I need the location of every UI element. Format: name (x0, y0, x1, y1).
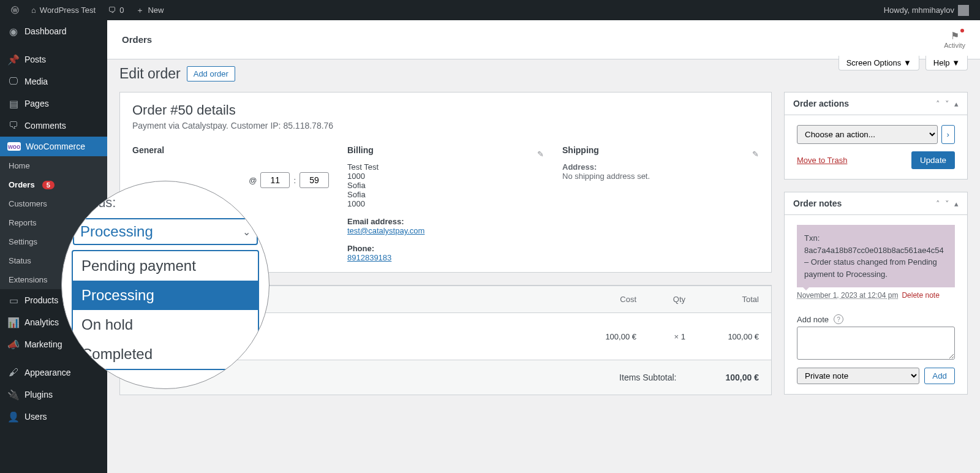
help-icon[interactable]: ? (834, 314, 843, 324)
order-note: Txn: 8ac7a4a18b87cc0e018b8ac561ae4c54 – … (797, 225, 955, 287)
howdy-label: Howdy, mhmihaylov (884, 6, 954, 15)
sidebar-item-label: Appearance (24, 368, 71, 377)
status-option-completed[interactable]: Completed (73, 339, 258, 369)
sidebar-item-label: WooCommerce (26, 142, 85, 151)
comments-link[interactable]: 🗨0 (102, 0, 130, 20)
chevron-up-icon[interactable]: ˄ (936, 99, 940, 108)
analytics-icon: 📊 (7, 316, 20, 328)
shipping-addr-value: No shipping address set. (562, 172, 759, 181)
order-notes-heading: Order notes (793, 199, 842, 208)
sidebar-item-label: Comments (24, 121, 66, 131)
edit-shipping-icon[interactable]: ✎ (752, 149, 759, 159)
sidebar-item-media[interactable]: 🖵Media (0, 70, 107, 93)
sidebar-item-label: Reports (9, 218, 37, 227)
screen-options-button[interactable]: Screen Options ▼ (839, 56, 919, 70)
add-note-button[interactable]: Add (924, 368, 955, 384)
status-select[interactable]: Processing ⌄ (73, 218, 258, 245)
howdy[interactable]: Howdy, mhmihaylov (878, 0, 975, 20)
order-heading: Order #50 details (132, 102, 759, 118)
status-option-pending[interactable]: Pending payment (73, 251, 258, 281)
new-content[interactable]: ＋New (130, 0, 170, 20)
site-name[interactable]: ⌂WordPress Test (25, 0, 102, 20)
sidebar-item-plugins[interactable]: 🔌Plugins (0, 384, 107, 406)
site-name-label: WordPress Test (40, 6, 96, 15)
home-icon: ⌂ (31, 6, 36, 15)
sidebar-item-label: Orders (9, 180, 35, 189)
note-date: November 1, 2023 at 12:04 pm (797, 291, 898, 300)
run-action-button[interactable]: › (941, 125, 955, 144)
shipping-addr-label: Address: (562, 162, 597, 172)
chevron-down-icon[interactable]: ˅ (945, 199, 949, 208)
status-selected-value: Processing (80, 223, 153, 240)
sidebar-item-label: Extensions (9, 275, 48, 284)
note-type-select[interactable]: Private note (797, 368, 919, 384)
billing-line1: 1000 (347, 172, 544, 181)
edit-billing-icon[interactable]: ✎ (537, 149, 544, 159)
sidebar-item-home[interactable]: Home (0, 156, 107, 175)
delete-note-link[interactable]: Delete note (902, 291, 939, 300)
chevron-down-icon[interactable]: ˅ (945, 99, 949, 108)
billing-phone-link[interactable]: 8912839183 (347, 253, 391, 262)
activity-label: Activity (944, 42, 965, 49)
media-icon: 🖵 (7, 75, 20, 88)
add-order-button[interactable]: Add order (187, 66, 235, 81)
action-select[interactable]: Choose an action... (797, 125, 938, 144)
subtotal-label: Items Subtotal: (619, 373, 676, 382)
sidebar-item-appearance[interactable]: 🖌Appearance (0, 361, 107, 384)
pin-icon: 📌 (7, 53, 20, 66)
help-button[interactable]: Help ▼ (925, 56, 968, 70)
col-cost: Cost (587, 295, 636, 304)
avatar (958, 5, 969, 16)
col-total: Total (685, 295, 759, 304)
sidebar-item-posts[interactable]: 📌Posts (0, 48, 107, 70)
top-white-bar: Orders ⚑ Activity (107, 20, 980, 59)
billing-heading: Billing (347, 145, 374, 155)
billing-email-label: Email address: (347, 217, 404, 226)
sidebar-item-orders[interactable]: Orders5 (0, 175, 107, 194)
sidebar-item-comments[interactable]: 🗨Comments (0, 115, 107, 137)
billing-line4: 1000 (347, 199, 544, 208)
sidebar-item-customers[interactable]: Customers (0, 194, 107, 213)
admin-bar: ⓦ ⌂WordPress Test 🗨0 ＋New Howdy, mhmihay… (0, 0, 980, 20)
woo-icon: woo (7, 142, 21, 151)
toggle-icon[interactable]: ▴ (954, 199, 959, 208)
time-hour-input[interactable] (260, 172, 290, 188)
sidebar-item-dashboard[interactable]: ◉Dashboard (0, 20, 107, 42)
comment-icon: 🗨 (7, 119, 20, 132)
plus-icon: ＋ (136, 5, 144, 16)
shipping-heading: Shipping (562, 145, 599, 155)
page-icon: ▤ (7, 97, 20, 110)
page-title: Edit order (119, 66, 181, 82)
subtotal-value: 100,00 € (726, 373, 760, 382)
sidebar-item-label: Posts (24, 55, 46, 64)
plugin-icon: 🔌 (7, 388, 20, 401)
products-icon: ▭ (7, 294, 20, 306)
toggle-icon[interactable]: ▴ (954, 99, 959, 108)
billing-line3: Sofia (347, 190, 544, 199)
appearance-icon: 🖌 (7, 366, 20, 379)
item-cost: 100,00 € (587, 332, 636, 341)
activity-button[interactable]: ⚑ Activity (944, 30, 965, 49)
item-total: 100,00 € (685, 332, 759, 341)
status-option-processing[interactable]: Processing (73, 281, 258, 310)
sidebar-item-users[interactable]: 👤Users (0, 406, 107, 428)
chevron-up-icon[interactable]: ˄ (936, 199, 940, 208)
wordpress-icon: ⓦ (11, 5, 19, 16)
note-textarea[interactable] (797, 327, 955, 360)
general-heading: General (132, 145, 329, 155)
wp-logo[interactable]: ⓦ (5, 0, 25, 20)
sidebar-item-pages[interactable]: ▤Pages (0, 93, 107, 115)
sidebar-item-woocommerce[interactable]: wooWooCommerce (0, 137, 107, 156)
sidebar-item-label: Media (24, 77, 48, 86)
update-button[interactable]: Update (911, 151, 955, 169)
billing-email-link[interactable]: test@catalystpay.com (347, 226, 424, 235)
order-notes-box: Order notes ˄˅▴ Txn: 8ac7a4a18b87cc0e018… (784, 192, 968, 395)
move-to-trash-link[interactable]: Move to Trash (797, 156, 847, 165)
time-minute-input[interactable] (300, 172, 329, 188)
qty-prefix: × (674, 332, 679, 341)
sidebar-item-label: Dashboard (24, 26, 67, 36)
col-qty: Qty (636, 295, 685, 304)
time-at: @ (249, 176, 257, 185)
status-option-onhold[interactable]: On hold (73, 310, 258, 339)
sidebar-item-label: Customers (9, 199, 47, 208)
